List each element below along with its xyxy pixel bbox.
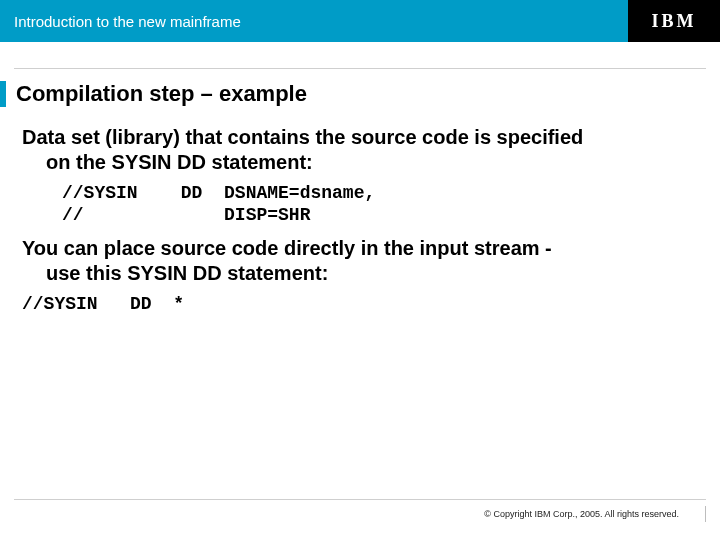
paragraph-1-rest: on the SYSIN DD statement: <box>22 150 698 175</box>
slide: Introduction to the new mainframe IBM Co… <box>0 0 720 540</box>
divider-top <box>14 68 706 69</box>
page-divider <box>705 506 706 522</box>
paragraph-2-lead: You can place source code directly in th… <box>22 237 552 259</box>
divider-bottom <box>14 499 706 500</box>
header-band: Introduction to the new mainframe IBM <box>0 0 720 42</box>
footer: © Copyright IBM Corp., 2005. All rights … <box>0 499 720 522</box>
paragraph-2: You can place source code directly in th… <box>22 236 698 286</box>
header-subtitle: Introduction to the new mainframe <box>0 0 628 42</box>
page-title: Compilation step – example <box>16 81 307 107</box>
copyright-text: © Copyright IBM Corp., 2005. All rights … <box>484 509 679 519</box>
paragraph-1-lead: Data set (library) that contains the sou… <box>22 126 583 148</box>
title-row: Compilation step – example <box>0 81 720 107</box>
code-block-1: //SYSIN DD DSNAME=dsname, // DISP=SHR <box>62 183 698 226</box>
body-content: Data set (library) that contains the sou… <box>0 107 720 316</box>
code-block-2: //SYSIN DD * <box>22 294 698 316</box>
footer-row: © Copyright IBM Corp., 2005. All rights … <box>14 506 706 522</box>
paragraph-1: Data set (library) that contains the sou… <box>22 125 698 175</box>
title-accent-bar <box>0 81 6 107</box>
ibm-logo: IBM <box>628 0 720 42</box>
paragraph-2-rest: use this SYSIN DD statement: <box>22 261 698 286</box>
